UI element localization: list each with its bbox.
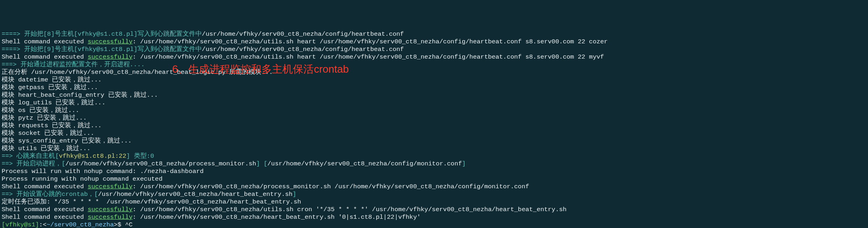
terminal-line: ====> 开始把[8]号主机[vfhky@s1.ct8.pl]写入到心跳配置文… [2,31,866,38]
terminal-text-segment: 正在分析 /usr/home/vfhky/serv00_ct8_nezha/he… [2,69,273,76]
terminal-text-segment: : /usr/home/vfhky/serv00_ct8_nezha/utils… [133,53,604,61]
terminal-text-segment: Shell command executed [2,214,88,221]
terminal-text-segment: 模块 log_utils 已安装，跳过... [2,99,105,106]
terminal-text-segment: Shell command executed [2,38,88,45]
terminal-text-segment: /usr/home/vfhky/serv00_ct8_nezha/config/… [202,31,404,38]
terminal-text-segment: /usr/home/vfhky/serv00_ct8_nezha/config/… [202,46,404,53]
terminal-text-segment: Shell command executed [2,206,88,213]
terminal-text-segment: 模块 datetime 已安装，跳过... [2,76,102,83]
terminal-line: Shell command executed successfully: /us… [2,38,866,46]
terminal-text-segment: 模块 os 已安装，跳过... [2,107,79,114]
terminal-line: Shell command executed successfully: /us… [2,214,866,221]
terminal-text-segment: successfully [88,214,133,221]
terminal-line: 模块 pytz 已安装，跳过... [2,114,866,122]
terminal-text-segment: 模块 heart_beat_config_entry 已安装，跳过... [2,92,158,99]
terminal-text-segment: successfully [88,183,133,190]
terminal-text-segment: ] [ [256,160,267,167]
terminal-text-segment: ~/serv00_ct8_nezha [47,221,114,228]
terminal-line: ====> 开始把[9]号主机[vfhky@s1.ct8.pl]写入到心跳配置文… [2,46,866,53]
terminal-text-segment: ====> 开始把[8]号主机[vfhky@s1.ct8.pl]写入到心跳配置文… [2,31,202,38]
terminal-text-segment: /usr/home/vfhky/serv00_ct8_nezha/heart_b… [98,191,293,198]
terminal-text-segment: : /usr/home/vfhky/serv00_ct8_nezha/utils… [133,206,567,213]
terminal-line: 模块 utils 已安装，跳过... [2,145,866,153]
terminal-text-segment: Shell command executed [2,183,88,190]
terminal-text-segment: ==> 心跳来自主机[ [2,153,59,160]
terminal-line: 模块 sys_config_entry 已安装，跳过... [2,137,866,145]
terminal-text-segment: ] 类型:0 [126,153,154,160]
terminal-text-segment: : /usr/home/vfhky/serv00_ct8_nezha/proce… [133,183,529,190]
terminal-text-segment: 模块 sys_config_entry 已安装，跳过... [2,137,132,145]
terminal-line: ==> 心跳来自主机[vfhky@s1.ct8.pl:22] 类型:0 [2,153,866,160]
terminal-line: 模块 datetime 已安装，跳过... [2,76,866,84]
terminal-line: 正在分析 /usr/home/vfhky/serv00_ct8_nezha/he… [2,69,866,76]
terminal-text-segment: : /usr/home/vfhky/serv00_ct8_nezha/utils… [133,38,608,45]
terminal-text-segment: ] [462,160,466,167]
terminal-text-segment: 定时任务已添加: */35 * * * * /usr/home/vfhky/se… [2,198,301,206]
terminal-text-segment: Process will run with nohup command: ./n… [2,168,204,175]
terminal-text-segment: ==> 开始设置心跳的crontab，[ [2,191,98,198]
terminal-text-segment: ==> 开始启动进程，[ [2,160,66,167]
terminal-text-segment: ===> 开始通过进程监控配置文件，开启进程.... [2,61,145,68]
terminal-line: Shell command executed successfully: /us… [2,53,866,61]
terminal-line: ===> 开始通过进程监控配置文件，开启进程.... [2,61,866,69]
terminal-text-segment: 模块 socket 已安装，跳过... [2,130,94,137]
terminal-text-segment: successfully [88,206,133,213]
terminal-line: Process running with nohup command execu… [2,175,866,183]
terminal-text-segment: 模块 getpass 已安装，跳过... [2,84,98,91]
terminal-text-segment: vfhky@s1.ct8.pl:22 [59,153,126,160]
terminal-text-segment: /usr/home/vfhky/serv00_ct8_nezha/process… [66,160,256,167]
terminal-line: Shell command executed successfully: /us… [2,206,866,214]
terminal-line: ==> 开始启动进程，[/usr/home/vfhky/serv00_ct8_n… [2,160,866,168]
terminal-line: 模块 socket 已安装，跳过... [2,130,866,137]
terminal-output[interactable]: ====> 开始把[8]号主机[vfhky@s1.ct8.pl]写入到心跳配置文… [2,31,866,228]
terminal-text-segment: 模块 requests 已安装，跳过... [2,122,102,129]
terminal-text-segment: Process running with nohup command execu… [2,175,162,183]
terminal-text-segment: : /usr/home/vfhky/serv00_ct8_nezha/heart… [133,214,421,221]
terminal-line: 模块 requests 已安装，跳过... [2,122,866,130]
terminal-line: ==> 开始设置心跳的crontab，[/usr/home/vfhky/serv… [2,191,866,198]
terminal-text-segment: 模块 pytz 已安装，跳过... [2,114,87,122]
terminal-text-segment: ====> 开始把[9]号主机[vfhky@s1.ct8.pl]写入到心跳配置文… [2,46,202,53]
terminal-text-segment: 模块 utils 已安装，跳过... [2,145,91,152]
terminal-text-segment: /usr/home/vfhky/serv00_ct8_nezha/config/… [267,160,462,167]
terminal-line: 模块 getpass 已安装，跳过... [2,84,866,92]
terminal-text-segment: [vfhky@s1] [2,221,39,228]
terminal-line: 模块 os 已安装，跳过... [2,107,866,114]
terminal-text-segment: Shell command executed [2,53,88,61]
terminal-text-segment: ] [292,191,296,198]
terminal-text-segment: :< [39,221,47,228]
terminal-line: 模块 heart_beat_config_entry 已安装，跳过... [2,92,866,99]
terminal-text-segment: >$ ^C [114,221,133,228]
terminal-line: [vfhky@s1]:<~/serv00_ct8_nezha>$ ^C [2,221,866,228]
terminal-line: 模块 log_utils 已安装，跳过... [2,99,866,107]
terminal-text-segment: successfully [88,53,133,61]
terminal-line: 定时任务已添加: */35 * * * * /usr/home/vfhky/se… [2,198,866,206]
terminal-line: Process will run with nohup command: ./n… [2,168,866,175]
terminal-line: Shell command executed successfully: /us… [2,183,866,191]
terminal-text-segment: successfully [88,38,133,45]
